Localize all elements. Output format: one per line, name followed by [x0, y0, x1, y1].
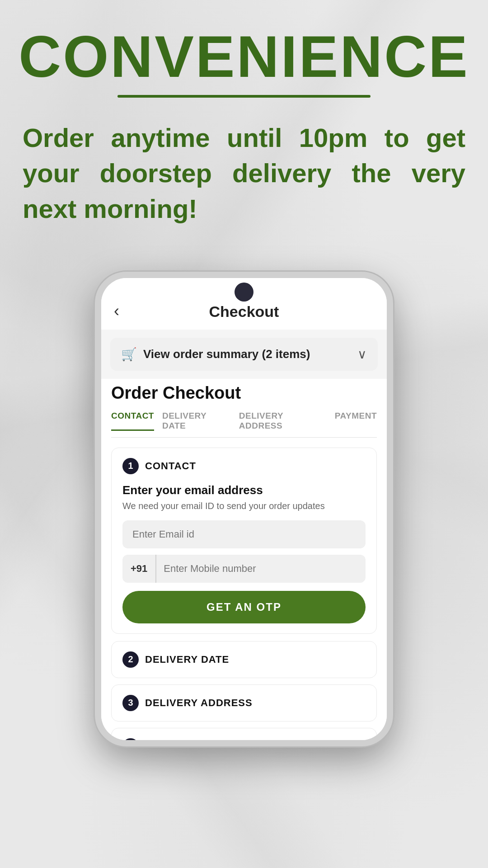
contact-label: CONTACT — [145, 460, 196, 472]
chevron-down-icon: ∨ — [357, 347, 367, 362]
phone-screen: ‹ Checkout 🛒 View order summary (2 items… — [101, 278, 387, 740]
mobile-input[interactable] — [156, 555, 366, 583]
phone-shell: ‹ Checkout 🛒 View order summary (2 items… — [95, 272, 393, 746]
delivery-date-label: DELIVERY DATE — [145, 654, 229, 665]
order-checkout-title: Order Checkout — [111, 383, 377, 403]
email-input[interactable] — [122, 520, 366, 548]
payment-section[interactable]: 4 PAYMENT — [111, 728, 377, 740]
tab-payment[interactable]: PAYMENT — [335, 411, 377, 431]
delivery-date-section[interactable]: 2 DELIVERY DATE — [111, 641, 377, 678]
subtitle: Order anytime until 10pm to get your doo… — [18, 120, 470, 226]
phone-input-row: +91 — [122, 555, 366, 583]
step-tabs: CONTACT DELIVERY DATE DELIVERY ADDRESS P… — [111, 411, 377, 438]
contact-section-card: 1 CONTACT Enter your email address We ne… — [111, 448, 377, 634]
email-description: We need your email ID to send your order… — [122, 501, 366, 511]
app-title: Checkout — [209, 303, 279, 321]
order-checkout-section: Order Checkout CONTACT DELIVERY DATE DEL… — [101, 379, 387, 740]
title-underline — [117, 95, 371, 98]
header-section: CONVENIENCE Order anytime until 10pm to … — [18, 27, 470, 226]
main-title: CONVENIENCE — [18, 27, 470, 86]
contact-step-number: 1 — [122, 458, 139, 474]
back-button[interactable]: ‹ — [114, 302, 119, 321]
contact-header: 1 CONTACT — [122, 458, 366, 474]
get-otp-button[interactable]: GET AN OTP — [122, 591, 366, 623]
payment-step-number: 4 — [122, 738, 139, 740]
delivery-date-step-number: 2 — [122, 651, 139, 668]
phone-mockup: ‹ Checkout 🛒 View order summary (2 items… — [95, 272, 393, 746]
delivery-address-section[interactable]: 3 DELIVERY ADDRESS — [111, 684, 377, 722]
phone-prefix: +91 — [122, 555, 156, 583]
page: CONVENIENCE Order anytime until 10pm to … — [0, 0, 488, 868]
delivery-address-step-number: 3 — [122, 695, 139, 711]
order-summary-bar[interactable]: 🛒 View order summary (2 items) ∨ — [110, 338, 378, 371]
order-summary-text: View order summary (2 items) — [143, 347, 310, 361]
tab-delivery-address[interactable]: DELIVERY ADDRESS — [239, 411, 327, 431]
tab-delivery-date[interactable]: DELIVERY DATE — [162, 411, 231, 431]
order-summary-left: 🛒 View order summary (2 items) — [121, 347, 310, 362]
email-subtitle: Enter your email address — [122, 483, 366, 497]
cart-icon: 🛒 — [121, 347, 137, 362]
delivery-address-label: DELIVERY ADDRESS — [145, 697, 253, 709]
phone-camera — [235, 283, 253, 302]
tab-contact[interactable]: CONTACT — [111, 411, 154, 431]
